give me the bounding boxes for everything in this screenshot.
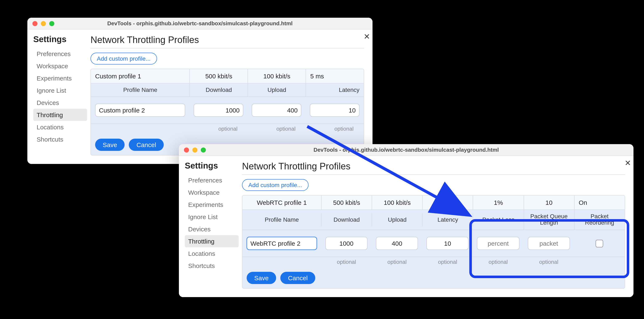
window-title: DevTools - orphis.github.io/webrtc-sandb… [27, 20, 372, 27]
sidebar-item-workspace[interactable]: Workspace [33, 60, 87, 72]
download-input[interactable] [194, 104, 244, 117]
traffic-lights [27, 21, 54, 26]
page-title: Network Throttling Profiles [242, 161, 625, 175]
col-packet-loss: Packet Loss [473, 213, 524, 226]
save-button[interactable]: Save [95, 139, 124, 151]
sidebar-item-experiments[interactable]: Experiments [185, 198, 239, 211]
page-title: Network Throttling Profiles [90, 35, 364, 49]
settings-heading: Settings [185, 161, 242, 171]
close-dot[interactable] [32, 21, 38, 26]
col-profile-name: Profile Name [91, 83, 190, 97]
hints-row: optional optional optional [91, 124, 364, 135]
cell-download: 500 kbit/s [190, 69, 248, 83]
minimize-dot[interactable] [192, 147, 198, 152]
col-profile-name: Profile Name [242, 213, 321, 226]
sidebar-item-experiments[interactable]: Experiments [33, 72, 87, 84]
add-custom-profile-button[interactable]: Add custom profile... [90, 53, 157, 65]
settings-sidebar: Settings Preferences Workspace Experimen… [179, 156, 242, 297]
cell-name: Custom profile 1 [91, 69, 190, 83]
sidebar-item-throttling[interactable]: Throttling [185, 235, 239, 247]
col-packet-reorder: Packet Reordering [574, 210, 625, 230]
col-upload: Upload [248, 83, 306, 97]
optional-hint: optional [477, 258, 519, 265]
cell-packet-loss: 1% [473, 196, 524, 209]
cell-upload: 100 kbit/s [372, 196, 422, 209]
col-download: Download [321, 213, 372, 226]
optional-hint: optional [376, 258, 418, 265]
col-upload: Upload [372, 213, 422, 226]
sidebar-item-ignore-list[interactable]: Ignore List [185, 211, 239, 223]
sidebar-item-shortcuts[interactable]: Shortcuts [33, 133, 87, 145]
close-icon[interactable]: ✕ [364, 33, 370, 41]
optional-hint: optional [426, 258, 469, 265]
add-custom-profile-button[interactable]: Add custom profile... [242, 179, 308, 191]
optional-hint: optional [310, 125, 360, 132]
cell-name: WebRTC profile 1 [242, 196, 321, 209]
sidebar-item-devices[interactable]: Devices [33, 97, 87, 109]
upload-input[interactable] [376, 237, 418, 250]
sidebar-item-locations[interactable]: Locations [33, 121, 87, 133]
packet-reorder-checkbox[interactable] [596, 240, 603, 247]
sidebar-item-ignore-list[interactable]: Ignore List [33, 84, 87, 97]
optional-hint: optional [528, 258, 570, 265]
profiles-header-row: Profile Name Download Upload Latency Pac… [242, 210, 625, 230]
sidebar-item-locations[interactable]: Locations [185, 247, 239, 260]
profile-edit-row [91, 97, 364, 124]
zoom-dot[interactable] [201, 147, 206, 152]
profile-row[interactable]: Custom profile 1 500 kbit/s 100 kbit/s 5… [91, 69, 364, 83]
close-icon[interactable]: ✕ [625, 159, 631, 167]
cell-download: 500 kbit/s [321, 196, 372, 209]
sidebar-item-devices[interactable]: Devices [185, 223, 239, 235]
zoom-dot[interactable] [49, 21, 54, 26]
profile-name-input[interactable] [95, 104, 186, 117]
col-packet-queue: Packet Queue Length [524, 210, 574, 230]
titlebar: DevTools - orphis.github.io/webrtc-sandb… [27, 18, 372, 30]
profiles-block: Custom profile 1 500 kbit/s 100 kbit/s 5… [90, 69, 364, 156]
titlebar: DevTools - orphis.github.io/webrtc-sandb… [179, 144, 634, 156]
devtools-window-a: DevTools - orphis.github.io/webrtc-sandb… [27, 18, 372, 164]
sidebar-item-preferences[interactable]: Preferences [33, 48, 87, 60]
upload-input[interactable] [252, 104, 302, 117]
profiles-block: WebRTC profile 1 500 kbit/s 100 kbit/s 5… [242, 195, 625, 289]
minimize-dot[interactable] [41, 21, 46, 26]
close-dot[interactable] [184, 147, 189, 152]
optional-hint: optional [252, 125, 302, 132]
devtools-window-b: DevTools - orphis.github.io/webrtc-sandb… [179, 144, 634, 297]
sidebar-item-shortcuts[interactable]: Shortcuts [185, 260, 239, 272]
hints-row: optional optional optional optional opti… [242, 257, 625, 268]
profile-row[interactable]: WebRTC profile 1 500 kbit/s 100 kbit/s 5… [242, 196, 625, 210]
traffic-lights [179, 147, 206, 152]
latency-input[interactable] [426, 237, 469, 250]
cell-latency: 5 ms [306, 69, 364, 83]
sidebar-item-workspace[interactable]: Workspace [185, 186, 239, 198]
optional-hint: optional [194, 125, 244, 132]
sidebar-item-throttling[interactable]: Throttling [33, 109, 87, 121]
col-download: Download [190, 83, 248, 97]
cell-upload: 100 kbit/s [248, 69, 306, 83]
profile-name-input[interactable] [247, 237, 317, 250]
packet-queue-input[interactable] [528, 237, 570, 250]
settings-heading: Settings [33, 35, 90, 44]
window-title: DevTools - orphis.github.io/webrtc-sandb… [179, 147, 634, 153]
cell-packet-reorder: On [574, 196, 625, 209]
cancel-button[interactable]: Cancel [129, 139, 164, 151]
download-input[interactable] [325, 237, 368, 250]
save-button[interactable]: Save [247, 272, 276, 284]
profiles-header-row: Profile Name Download Upload Latency [91, 83, 364, 97]
cell-packet-queue: 10 [524, 196, 574, 209]
sidebar-item-preferences[interactable]: Preferences [185, 174, 239, 186]
cell-latency: 5 ms [422, 196, 473, 209]
latency-input[interactable] [310, 104, 360, 117]
settings-sidebar: Settings Preferences Workspace Experimen… [27, 30, 90, 164]
col-latency: Latency [306, 83, 364, 97]
profile-edit-row [242, 230, 625, 257]
col-latency: Latency [422, 213, 473, 226]
optional-hint: optional [325, 258, 368, 265]
cancel-button[interactable]: Cancel [280, 272, 315, 284]
actions-row: Save Cancel [242, 268, 625, 288]
packet-loss-input[interactable] [477, 237, 519, 250]
